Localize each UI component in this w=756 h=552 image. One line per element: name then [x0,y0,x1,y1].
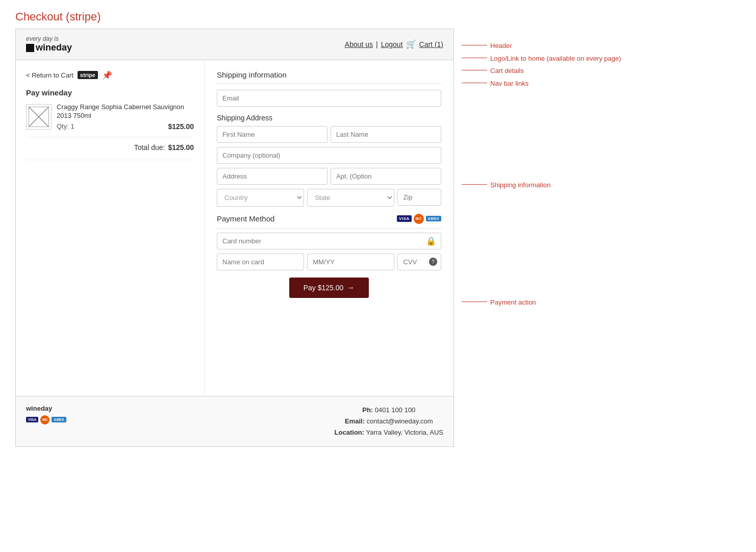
shipping-address-title: Shipping Address [217,114,441,122]
product-qty-price: Qty: 1 $125.00 [57,122,194,131]
phone-label: Ph: [362,406,373,414]
pay-button-row: Pay $125.00 → [217,278,441,298]
cart-link[interactable]: Cart (1) [419,40,443,48]
footer-left: wineday VISA MC AMEX [26,405,66,424]
product-qty: Qty: 1 [57,122,74,131]
footer-brand: wineday [26,405,66,412]
country-wrap: Country [217,189,304,207]
email-input[interactable] [217,90,441,107]
page-wrapper: Checkout (stripe) every day is wineday A… [0,0,756,447]
email-row [217,90,441,107]
footer-email: Email: contact@wineday.com [335,416,443,427]
card-logos: VISA MC AMEX [397,214,441,224]
name-row [217,126,441,143]
right-panel: Shipping information Shipping Address [205,60,453,396]
zip-input[interactable] [397,189,441,206]
country-select[interactable]: Country [217,189,304,207]
payment-title: Payment Method [217,214,274,223]
ann-cart-details: Cart details [490,67,524,74]
cvv-wrap: ? [397,254,441,270]
state-wrap: State [307,189,394,207]
footer-location: Location: Yarra Valley, Victoria, AUS [335,427,443,438]
location-label: Location: [335,429,365,436]
last-name-input[interactable] [331,126,441,143]
pin-icon: 📌 [102,70,112,80]
card-fields-row: ? [217,254,441,270]
annotation-container: Header Logo/Link to home (available on e… [462,38,640,447]
cvv-help-icon[interactable]: ? [429,258,437,266]
address-input[interactable] [217,168,327,185]
payment-header: Payment Method VISA MC AMEX [217,214,441,229]
expiry-wrap [307,254,394,270]
logo-text: wineday [36,42,72,54]
first-name-input[interactable] [217,126,327,143]
about-us-link[interactable]: About us [345,40,373,48]
pay-arrow-icon: → [346,283,355,292]
total-label: Total due: [134,143,165,152]
pay-button[interactable]: Pay $125.00 → [289,278,369,298]
country-state-zip-row: Country State [217,189,441,207]
state-select[interactable]: State [307,189,394,207]
product-info: Craggy Range Sophia Cabernet Sauvignon 2… [57,103,194,131]
main-container: every day is wineday About us | Logout 🛒… [15,29,454,447]
footer-card-logos: VISA MC AMEX [26,415,66,424]
left-panel: < Return to Cart stripe 📌 Pay wineday [16,60,205,396]
zip-wrap [397,189,441,207]
mastercard-logo: MC [414,214,424,224]
email-label: Email: [345,417,365,425]
location-value: Yarra Valley, Victoria, AUS [366,429,444,436]
company-input[interactable] [217,147,441,164]
ann-nav-bar: Nav bar links [490,80,528,87]
logo-name: wineday [26,42,72,54]
pay-title: Pay wineday [26,88,194,97]
footer-phone: Ph: 0401 100 100 [335,405,443,416]
pay-button-label: Pay $125.00 [304,284,344,292]
ann-payment-action: Payment action [490,298,536,306]
ann-shipping-info: Shipping information [490,181,551,189]
return-to-cart-row: < Return to Cart stripe 📌 [26,70,194,80]
site-footer: wineday VISA MC AMEX Ph: 0401 100 100 Em… [16,396,453,446]
logout-link[interactable]: Logout [381,40,403,48]
lock-icon: 🔒 [426,236,436,246]
total-row: Total due: $125.00 [26,143,194,160]
footer-mc-logo: MC [40,415,49,424]
card-number-wrap: 🔒 [217,233,441,249]
nav-separator: | [376,40,378,48]
shipping-info-title: Shipping information [217,70,441,84]
product-image-svg [29,107,49,127]
header-nav: About us | Logout 🛒 Cart (1) [345,39,443,49]
product-name: Craggy Range Sophia Cabernet Sauvignon 2… [57,103,194,120]
stripe-badge: stripe [78,71,98,79]
order-item: Craggy Range Sophia Cabernet Sauvignon 2… [26,103,194,137]
name-on-card-wrap [217,254,304,270]
email-value: contact@wineday.com [367,417,433,425]
footer-center: Ph: 0401 100 100 Email: contact@wineday.… [335,405,443,438]
visa-logo: VISA [397,215,412,222]
ann-header: Header [490,42,512,49]
page-title-area: Checkout (stripe) [0,0,756,29]
logo-icon [26,44,34,52]
apt-input[interactable] [331,168,441,185]
address-row [217,168,441,185]
main-content: < Return to Cart stripe 📌 Pay wineday [16,60,453,396]
phone-value: 0401 100 100 [375,406,416,414]
cart-icon: 🛒 [406,39,416,49]
expiry-input[interactable] [307,254,394,270]
page-title: Checkout (stripe) [15,10,741,23]
logo-area[interactable]: every day is wineday [26,35,72,54]
amex-logo: AMEX [426,216,441,221]
total-amount: $125.00 [168,143,194,152]
site-header: every day is wineday About us | Logout 🛒… [16,29,453,60]
ann-logo-link: Logo/Link to home (available on every pa… [490,55,621,62]
return-to-cart-link[interactable]: < Return to Cart [26,71,73,79]
footer-visa-logo: VISA [26,417,38,422]
name-on-card-input[interactable] [217,254,304,270]
logo-tagline: every day is [26,35,72,42]
card-number-input[interactable] [217,233,441,249]
product-image [26,104,52,130]
company-row [217,147,441,164]
product-price: $125.00 [168,122,194,131]
footer-amex-logo: AMEX [52,417,66,422]
